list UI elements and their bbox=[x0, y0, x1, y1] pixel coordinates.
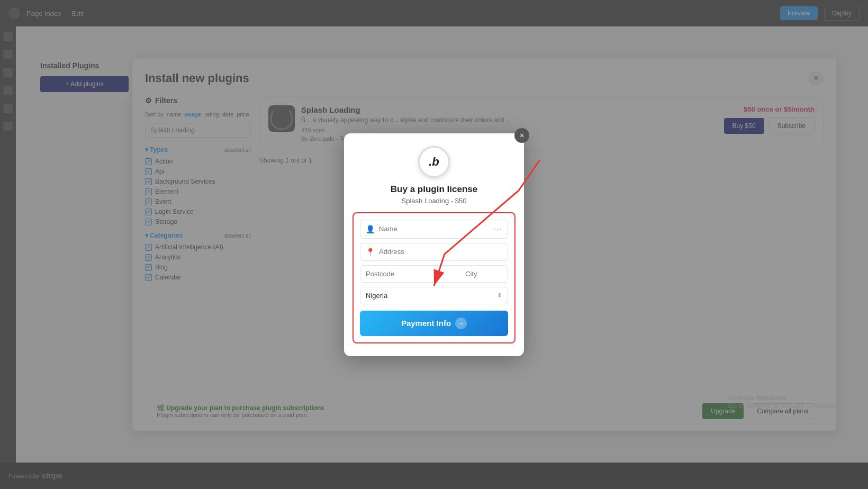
postcode-input[interactable] bbox=[360, 266, 460, 282]
city-input[interactable] bbox=[460, 266, 508, 282]
modal-subtitle: Splash Loading - $50 bbox=[344, 197, 524, 205]
modal-title: Buy a plugin license bbox=[344, 184, 524, 195]
modal-logo: .b bbox=[418, 146, 450, 178]
modal-close-button[interactable]: × bbox=[514, 128, 529, 143]
modal-overlay: × .b Buy a plugin license Splash Loading… bbox=[0, 0, 868, 489]
modal-form-section: 👤 ··· 📍 Nigeria United States United Kin… bbox=[352, 212, 516, 343]
person-icon: 👤 bbox=[366, 225, 375, 233]
modal-logo-wrap: .b bbox=[344, 133, 524, 184]
payment-info-button[interactable]: Payment Info → bbox=[360, 311, 508, 336]
address-field-wrapper: 📍 bbox=[360, 243, 508, 261]
buy-plugin-modal: × .b Buy a plugin license Splash Loading… bbox=[344, 133, 524, 356]
country-select[interactable]: Nigeria United States United Kingdom Gha… bbox=[360, 287, 492, 304]
country-select-wrap: Nigeria United States United Kingdom Gha… bbox=[360, 287, 508, 304]
name-field-dots: ··· bbox=[494, 224, 502, 234]
address-input[interactable] bbox=[379, 248, 502, 256]
select-arrow-icon: ⬍ bbox=[492, 292, 508, 299]
name-input[interactable] bbox=[379, 225, 494, 233]
postcode-city-row bbox=[360, 265, 508, 283]
payment-arrow-icon: → bbox=[455, 318, 467, 329]
location-icon: 📍 bbox=[366, 248, 375, 256]
name-field-wrapper: 👤 ··· bbox=[360, 220, 508, 239]
